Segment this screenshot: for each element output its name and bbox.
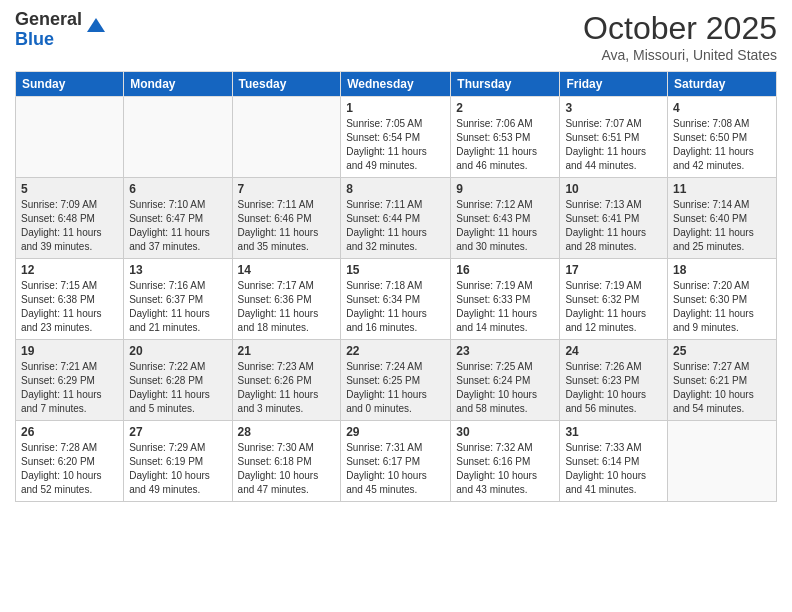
calendar-week-row: 5Sunrise: 7:09 AM Sunset: 6:48 PM Daylig… <box>16 178 777 259</box>
table-row: 30Sunrise: 7:32 AM Sunset: 6:16 PM Dayli… <box>451 421 560 502</box>
table-row <box>124 97 232 178</box>
table-row: 29Sunrise: 7:31 AM Sunset: 6:17 PM Dayli… <box>341 421 451 502</box>
table-row: 3Sunrise: 7:07 AM Sunset: 6:51 PM Daylig… <box>560 97 668 178</box>
day-info: Sunrise: 7:14 AM Sunset: 6:40 PM Dayligh… <box>673 198 771 254</box>
day-info: Sunrise: 7:11 AM Sunset: 6:46 PM Dayligh… <box>238 198 336 254</box>
day-number: 28 <box>238 425 336 439</box>
day-number: 30 <box>456 425 554 439</box>
table-row: 20Sunrise: 7:22 AM Sunset: 6:28 PM Dayli… <box>124 340 232 421</box>
day-info: Sunrise: 7:17 AM Sunset: 6:36 PM Dayligh… <box>238 279 336 335</box>
table-row: 24Sunrise: 7:26 AM Sunset: 6:23 PM Dayli… <box>560 340 668 421</box>
day-info: Sunrise: 7:25 AM Sunset: 6:24 PM Dayligh… <box>456 360 554 416</box>
day-info: Sunrise: 7:28 AM Sunset: 6:20 PM Dayligh… <box>21 441 118 497</box>
table-row: 12Sunrise: 7:15 AM Sunset: 6:38 PM Dayli… <box>16 259 124 340</box>
calendar-table: Sunday Monday Tuesday Wednesday Thursday… <box>15 71 777 502</box>
location: Ava, Missouri, United States <box>583 47 777 63</box>
logo: General Blue <box>15 10 107 50</box>
table-row <box>232 97 341 178</box>
table-row: 8Sunrise: 7:11 AM Sunset: 6:44 PM Daylig… <box>341 178 451 259</box>
day-info: Sunrise: 7:24 AM Sunset: 6:25 PM Dayligh… <box>346 360 445 416</box>
col-monday: Monday <box>124 72 232 97</box>
month-title: October 2025 <box>583 10 777 47</box>
day-number: 1 <box>346 101 445 115</box>
day-number: 26 <box>21 425 118 439</box>
table-row: 7Sunrise: 7:11 AM Sunset: 6:46 PM Daylig… <box>232 178 341 259</box>
day-number: 14 <box>238 263 336 277</box>
day-number: 5 <box>21 182 118 196</box>
table-row: 18Sunrise: 7:20 AM Sunset: 6:30 PM Dayli… <box>668 259 777 340</box>
day-info: Sunrise: 7:26 AM Sunset: 6:23 PM Dayligh… <box>565 360 662 416</box>
day-info: Sunrise: 7:23 AM Sunset: 6:26 PM Dayligh… <box>238 360 336 416</box>
table-row: 5Sunrise: 7:09 AM Sunset: 6:48 PM Daylig… <box>16 178 124 259</box>
day-number: 6 <box>129 182 226 196</box>
table-row: 22Sunrise: 7:24 AM Sunset: 6:25 PM Dayli… <box>341 340 451 421</box>
table-row: 4Sunrise: 7:08 AM Sunset: 6:50 PM Daylig… <box>668 97 777 178</box>
table-row: 26Sunrise: 7:28 AM Sunset: 6:20 PM Dayli… <box>16 421 124 502</box>
svg-marker-0 <box>87 18 105 32</box>
day-info: Sunrise: 7:05 AM Sunset: 6:54 PM Dayligh… <box>346 117 445 173</box>
day-info: Sunrise: 7:16 AM Sunset: 6:37 PM Dayligh… <box>129 279 226 335</box>
day-number: 31 <box>565 425 662 439</box>
day-number: 24 <box>565 344 662 358</box>
day-number: 8 <box>346 182 445 196</box>
calendar-header-row: Sunday Monday Tuesday Wednesday Thursday… <box>16 72 777 97</box>
day-number: 21 <box>238 344 336 358</box>
table-row <box>668 421 777 502</box>
day-info: Sunrise: 7:13 AM Sunset: 6:41 PM Dayligh… <box>565 198 662 254</box>
calendar-week-row: 19Sunrise: 7:21 AM Sunset: 6:29 PM Dayli… <box>16 340 777 421</box>
day-number: 10 <box>565 182 662 196</box>
day-info: Sunrise: 7:32 AM Sunset: 6:16 PM Dayligh… <box>456 441 554 497</box>
day-number: 9 <box>456 182 554 196</box>
day-number: 12 <box>21 263 118 277</box>
table-row: 10Sunrise: 7:13 AM Sunset: 6:41 PM Dayli… <box>560 178 668 259</box>
day-number: 13 <box>129 263 226 277</box>
table-row: 19Sunrise: 7:21 AM Sunset: 6:29 PM Dayli… <box>16 340 124 421</box>
day-number: 23 <box>456 344 554 358</box>
day-number: 7 <box>238 182 336 196</box>
logo-general: General <box>15 10 82 30</box>
page-container: General Blue October 2025 Ava, Missouri,… <box>0 0 792 512</box>
header: General Blue October 2025 Ava, Missouri,… <box>15 10 777 63</box>
day-number: 27 <box>129 425 226 439</box>
table-row: 13Sunrise: 7:16 AM Sunset: 6:37 PM Dayli… <box>124 259 232 340</box>
table-row: 14Sunrise: 7:17 AM Sunset: 6:36 PM Dayli… <box>232 259 341 340</box>
day-info: Sunrise: 7:31 AM Sunset: 6:17 PM Dayligh… <box>346 441 445 497</box>
calendar-week-row: 1Sunrise: 7:05 AM Sunset: 6:54 PM Daylig… <box>16 97 777 178</box>
table-row: 11Sunrise: 7:14 AM Sunset: 6:40 PM Dayli… <box>668 178 777 259</box>
day-info: Sunrise: 7:33 AM Sunset: 6:14 PM Dayligh… <box>565 441 662 497</box>
logo-blue: Blue <box>15 30 82 50</box>
day-number: 19 <box>21 344 118 358</box>
day-number: 18 <box>673 263 771 277</box>
day-info: Sunrise: 7:10 AM Sunset: 6:47 PM Dayligh… <box>129 198 226 254</box>
logo-arrow-icon <box>85 14 107 36</box>
table-row: 27Sunrise: 7:29 AM Sunset: 6:19 PM Dayli… <box>124 421 232 502</box>
table-row: 21Sunrise: 7:23 AM Sunset: 6:26 PM Dayli… <box>232 340 341 421</box>
day-info: Sunrise: 7:11 AM Sunset: 6:44 PM Dayligh… <box>346 198 445 254</box>
table-row <box>16 97 124 178</box>
day-info: Sunrise: 7:27 AM Sunset: 6:21 PM Dayligh… <box>673 360 771 416</box>
col-thursday: Thursday <box>451 72 560 97</box>
day-info: Sunrise: 7:29 AM Sunset: 6:19 PM Dayligh… <box>129 441 226 497</box>
day-number: 2 <box>456 101 554 115</box>
table-row: 28Sunrise: 7:30 AM Sunset: 6:18 PM Dayli… <box>232 421 341 502</box>
day-number: 22 <box>346 344 445 358</box>
col-friday: Friday <box>560 72 668 97</box>
table-row: 23Sunrise: 7:25 AM Sunset: 6:24 PM Dayli… <box>451 340 560 421</box>
day-number: 20 <box>129 344 226 358</box>
day-info: Sunrise: 7:07 AM Sunset: 6:51 PM Dayligh… <box>565 117 662 173</box>
day-number: 25 <box>673 344 771 358</box>
table-row: 16Sunrise: 7:19 AM Sunset: 6:33 PM Dayli… <box>451 259 560 340</box>
day-info: Sunrise: 7:12 AM Sunset: 6:43 PM Dayligh… <box>456 198 554 254</box>
day-number: 3 <box>565 101 662 115</box>
day-info: Sunrise: 7:22 AM Sunset: 6:28 PM Dayligh… <box>129 360 226 416</box>
day-number: 16 <box>456 263 554 277</box>
day-info: Sunrise: 7:21 AM Sunset: 6:29 PM Dayligh… <box>21 360 118 416</box>
calendar-week-row: 26Sunrise: 7:28 AM Sunset: 6:20 PM Dayli… <box>16 421 777 502</box>
day-info: Sunrise: 7:15 AM Sunset: 6:38 PM Dayligh… <box>21 279 118 335</box>
table-row: 25Sunrise: 7:27 AM Sunset: 6:21 PM Dayli… <box>668 340 777 421</box>
day-number: 29 <box>346 425 445 439</box>
day-number: 15 <box>346 263 445 277</box>
day-info: Sunrise: 7:30 AM Sunset: 6:18 PM Dayligh… <box>238 441 336 497</box>
calendar-week-row: 12Sunrise: 7:15 AM Sunset: 6:38 PM Dayli… <box>16 259 777 340</box>
day-info: Sunrise: 7:20 AM Sunset: 6:30 PM Dayligh… <box>673 279 771 335</box>
